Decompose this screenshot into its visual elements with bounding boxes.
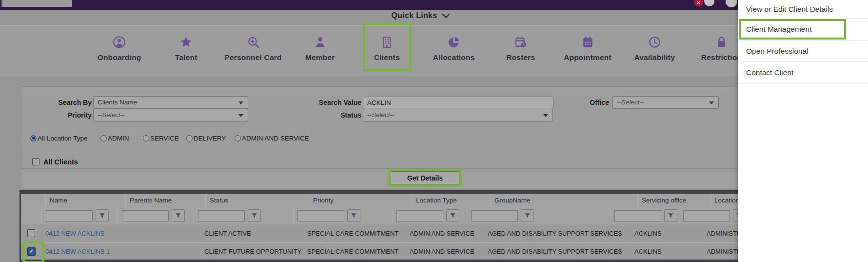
zoom-in-icon	[247, 36, 260, 49]
nav-item-appointment[interactable]: Appointment	[554, 25, 621, 76]
header-cell[interactable]: Status	[206, 194, 309, 207]
pie-chart-icon	[447, 36, 460, 49]
nav-label: Allocations	[433, 53, 475, 62]
caret-down-icon	[709, 101, 714, 104]
nav-item-rosters[interactable]: Rosters	[487, 25, 554, 76]
radio-label: ADMIN	[108, 135, 129, 142]
header-cell[interactable]: Priority	[309, 194, 412, 207]
location-type-filter-input[interactable]	[396, 210, 443, 222]
quick-links-label: Quick Links	[392, 11, 437, 20]
nav-item-onboarding[interactable]: Onboarding	[86, 25, 153, 76]
radio-icon	[100, 135, 107, 141]
row-checkbox-checked[interactable]: ✓	[27, 247, 36, 256]
group-name-cell: AGED AND DISABILITY SUPPORT SERVICES	[484, 248, 631, 255]
filter-cell-group-name	[467, 207, 611, 224]
client-name-link[interactable]: 0412 NEW ACKLINS 1	[45, 248, 110, 255]
nav-label: Appointment	[564, 53, 612, 62]
header-cell[interactable]: Name	[46, 194, 126, 207]
nav-item-member[interactable]: Member	[287, 25, 354, 76]
priority-cell: SPECIAL CARE COMMITMENT	[303, 230, 406, 237]
status-filter-input[interactable]	[198, 210, 245, 222]
avatar-icon[interactable]	[726, 0, 737, 7]
status-select[interactable]: --Select--	[363, 109, 553, 121]
nav-label: Personnel Card	[224, 53, 281, 62]
header-cell[interactable]: Location Type	[412, 194, 491, 207]
topbar-search-input[interactable]	[1, 0, 72, 7]
person-icon	[314, 36, 327, 49]
radio-label: All Location Type	[38, 135, 88, 142]
quick-links-bar: Quick Links	[0, 11, 840, 20]
menu-item-view-or-edit-client-details[interactable]: View or Edit Client Details	[738, 0, 868, 19]
header-cell[interactable]: GroupName	[491, 194, 638, 207]
servicing-office-filter-input[interactable]	[614, 210, 661, 222]
all-clients-checkbox[interactable]	[32, 158, 39, 165]
radio-service[interactable]: SERVICE	[143, 133, 179, 143]
status-cell: CLIENT ACTIVE	[200, 230, 303, 237]
filter-cell-priority	[294, 207, 393, 224]
menu-item-contact-client[interactable]: Contact Client	[738, 62, 868, 84]
nav-item-personnel-card[interactable]: Personnel Card	[219, 25, 286, 76]
priority-filter-input[interactable]	[297, 210, 344, 222]
search-by-label: Search By	[38, 96, 92, 109]
calendar-icon	[581, 36, 594, 49]
row-checkbox[interactable]	[27, 229, 35, 237]
close-notification-icon[interactable]: ✕	[694, 0, 703, 6]
filter-funnel-icon[interactable]	[664, 209, 677, 222]
filter-funnel-icon[interactable]	[521, 209, 534, 222]
location-type-cell: ADMIN AND SERVICE	[406, 230, 484, 237]
location-type-cell: ADMIN AND SERVICE	[406, 248, 484, 255]
search-value-input[interactable]: ACKLIN	[363, 97, 553, 108]
radio-icon	[186, 135, 193, 141]
quick-links-dropdown[interactable]: Quick Links	[392, 11, 449, 20]
nav-item-talent[interactable]: Talent	[153, 25, 219, 76]
nav-item-allocations[interactable]: Allocations	[420, 25, 487, 76]
name-filter-input[interactable]	[46, 210, 93, 222]
filter-cell-status	[194, 207, 294, 224]
search-value-label: Search Value	[295, 96, 361, 109]
nav-label: Clients	[374, 53, 400, 62]
radio-label: ADMIN AND SERVICE	[242, 135, 309, 142]
radio-admin-and-service[interactable]: ADMIN AND SERVICE	[235, 133, 309, 143]
caret-down-icon	[543, 114, 548, 117]
header-cell[interactable]: Parents Name	[126, 194, 206, 207]
group-name-cell: AGED AND DISABILITY SUPPORT SERVICES	[484, 230, 631, 237]
get-details-button[interactable]: Get Details	[391, 171, 459, 184]
radio-admin[interactable]: ADMIN	[100, 133, 129, 143]
header-cell[interactable]: Servicing office	[638, 194, 710, 207]
priority-label: Priority	[38, 109, 92, 121]
filter-funnel-icon[interactable]	[446, 209, 459, 222]
filter-cell-location-type	[393, 207, 467, 224]
group-name-filter-input[interactable]	[471, 210, 518, 222]
menu-item-open-professional[interactable]: Open Professional	[738, 40, 868, 62]
nav-item-availability[interactable]: Availability	[621, 25, 688, 76]
filter-funnel-icon[interactable]	[248, 209, 261, 222]
radio-all-location-type[interactable]: All Location Type	[30, 133, 88, 143]
priority-select[interactable]: --Select--	[93, 109, 248, 121]
client-name-link[interactable]: 0412 NEW ACKLINS	[45, 230, 104, 237]
office-selected-value: --Select--	[617, 99, 644, 106]
priority-selected-value: --Select--	[98, 111, 125, 119]
office-select[interactable]: --Select--	[612, 96, 719, 109]
office-label: Office	[553, 96, 609, 109]
avatar-icon[interactable]	[704, 0, 714, 6]
filter-cell-checkbox	[21, 207, 42, 224]
nav-label: Talent	[175, 53, 197, 62]
nav-item-clients[interactable]: Clients	[354, 25, 420, 76]
radio-delivery[interactable]: DELIVERY	[186, 133, 226, 143]
status-cell: CLIENT FUTURE OPPORTUNITY	[200, 248, 303, 255]
menu-item-client-management[interactable]: Client Management	[738, 19, 868, 40]
radio-label: DELIVERY	[194, 135, 226, 142]
filter-cell-name	[42, 207, 118, 224]
filter-funnel-icon[interactable]	[172, 209, 185, 222]
calendar-clock-icon	[514, 36, 527, 49]
filter-cell-parents-name	[118, 207, 194, 224]
status-selected-value: --Select--	[367, 111, 395, 119]
clock-icon	[648, 36, 661, 49]
search-by-select[interactable]: Clients Name	[93, 96, 248, 109]
filter-funnel-icon[interactable]	[96, 209, 109, 222]
filter-funnel-icon[interactable]	[347, 209, 360, 222]
radio-icon	[235, 135, 241, 141]
nav-label: Rosters	[506, 53, 535, 62]
parents-name-filter-input[interactable]	[122, 210, 169, 222]
location-function-filter-input[interactable]	[683, 210, 730, 222]
